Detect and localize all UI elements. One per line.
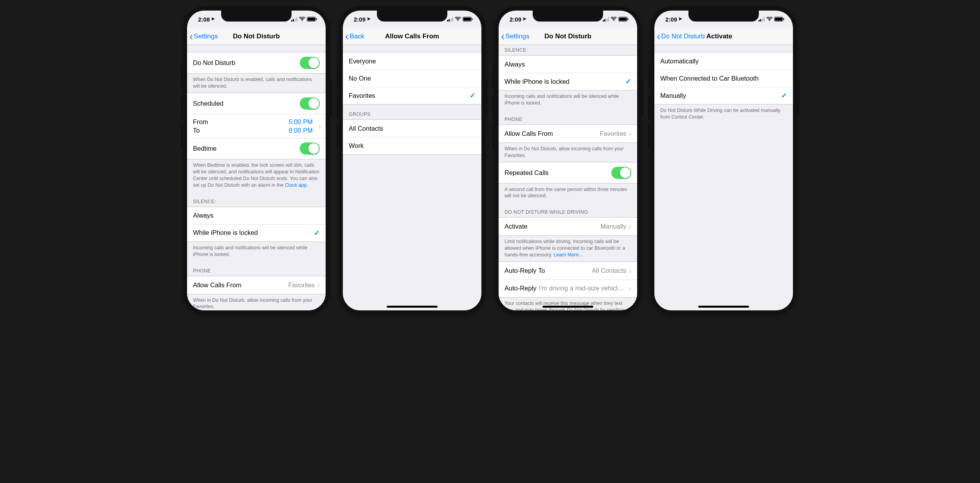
cell-value: I'm driving a mid-size vehicle ri… — [539, 285, 627, 292]
status-time: 2:08 — [198, 16, 210, 23]
cell-value: Manually — [600, 223, 626, 230]
back-label: Do Not Disturb — [661, 32, 704, 40]
svg-rect-2 — [316, 18, 317, 20]
location-icon: ➤ — [678, 16, 682, 22]
group-header: GROUPS — [343, 105, 481, 119]
checkmark-icon: ✓ — [470, 91, 476, 100]
nav-bar: ‹ Back Allow Calls From — [343, 28, 481, 45]
learn-more-link[interactable]: Learn More… — [554, 252, 584, 258]
svg-rect-1 — [308, 18, 315, 21]
option-car-bluetooth[interactable]: When Connected to Car Bluetooth — [654, 70, 793, 87]
repeated-calls-toggle-row[interactable]: Repeated Calls — [499, 162, 637, 183]
group-footer: When Do Not Disturb is enabled, calls an… — [187, 74, 326, 93]
cell-label: Bedtime — [193, 145, 300, 152]
home-indicator — [542, 306, 593, 308]
toggle-switch[interactable] — [300, 57, 320, 69]
group-footer: When in Do Not Disturb, allow incoming c… — [499, 143, 637, 162]
screen: 2:08 ➤ ‹ Settings Do Not Disturb Do Not … — [187, 11, 326, 310]
chevron-right-icon: › — [629, 284, 631, 293]
notch — [533, 11, 603, 22]
settings-content[interactable]: Everyone No One Favorites✓ GROUPS All Co… — [343, 45, 481, 310]
status-time: 2:09 — [354, 16, 366, 23]
nav-bar: ‹ Settings Do Not Disturb — [499, 28, 637, 45]
group-header: SILENCE: — [187, 192, 326, 207]
cell-label: Scheduled — [193, 100, 300, 107]
allow-calls-from-row[interactable]: Allow Calls From Favorites › — [187, 276, 326, 294]
cellular-signal-icon — [603, 17, 609, 22]
option-automatically[interactable]: Automatically — [654, 52, 793, 70]
battery-icon — [618, 17, 629, 22]
group-footer: When in Do Not Disturb, allow incoming c… — [187, 294, 326, 310]
wifi-icon — [299, 17, 305, 22]
screen: 2:09➤ ‹ Settings Do Not Disturb SILENCE:… — [499, 11, 637, 310]
option-no-one[interactable]: No One — [343, 70, 481, 87]
silence-while-locked-row[interactable]: While iPhone is locked ✓ — [187, 224, 326, 242]
checkmark-icon: ✓ — [314, 229, 320, 237]
cell-label: All Contacts — [349, 125, 476, 132]
toggle-switch[interactable] — [611, 167, 631, 179]
battery-icon — [774, 17, 784, 22]
nav-title: Activate — [706, 32, 732, 40]
chevron-left-icon: ‹ — [657, 31, 660, 42]
cell-value: All Contacts — [592, 267, 626, 274]
cell-label: Work — [349, 142, 476, 150]
nav-bar: ‹ Settings Do Not Disturb — [187, 28, 326, 45]
cell-label: Favorites — [349, 92, 470, 99]
silence-while-locked-row[interactable]: While iPhone is locked✓ — [499, 73, 637, 90]
cell-label: Allow Calls From — [504, 130, 600, 137]
cell-value: Favorites — [600, 130, 626, 137]
cellular-signal-icon — [447, 17, 454, 22]
group-footer: Do Not Disturb While Driving can be acti… — [654, 105, 793, 124]
cellular-signal-icon — [291, 17, 298, 22]
cell-label: While iPhone is locked — [504, 78, 625, 85]
wifi-icon — [455, 17, 461, 22]
checkmark-icon: ✓ — [781, 91, 787, 100]
chevron-right-icon: › — [317, 281, 320, 290]
group-header: PHONE — [187, 261, 326, 276]
activate-row[interactable]: Activate Manually › — [499, 218, 637, 235]
dnd-toggle-row[interactable]: Do Not Disturb — [187, 52, 326, 73]
back-button[interactable]: ‹ Do Not Disturb — [654, 31, 705, 42]
option-everyone[interactable]: Everyone — [343, 52, 481, 70]
chevron-right-icon: › — [629, 266, 631, 275]
chevron-right-icon: › — [629, 129, 631, 138]
settings-content[interactable]: Do Not Disturb When Do Not Disturb is en… — [187, 45, 326, 310]
auto-reply-to-row[interactable]: Auto-Reply To All Contacts › — [499, 262, 637, 279]
from-label: From — [193, 117, 208, 126]
bedtime-toggle-row[interactable]: Bedtime — [187, 138, 326, 159]
group-header: SILENCE: — [499, 45, 637, 55]
wifi-icon — [766, 17, 773, 22]
iphone-frame: 2:09➤ ‹ Do Not Disturb Activate Automati… — [650, 6, 798, 315]
clock-app-link[interactable]: Clock app — [285, 182, 307, 188]
auto-reply-row[interactable]: Auto-Reply I'm driving a mid-size vehicl… — [499, 279, 637, 297]
back-button[interactable]: ‹ Settings — [499, 31, 530, 42]
cell-label: While iPhone is locked — [193, 229, 314, 236]
option-work[interactable]: Work — [343, 137, 481, 154]
back-button[interactable]: ‹ Settings — [187, 31, 218, 42]
settings-content[interactable]: Automatically When Connected to Car Blue… — [654, 45, 793, 310]
silence-always-row[interactable]: Always — [187, 207, 326, 224]
back-button[interactable]: ‹ Back — [343, 31, 364, 42]
status-time: 2:09 — [510, 16, 521, 23]
schedule-time-row[interactable]: From5:00 PM To8:00 PM › — [187, 114, 326, 139]
battery-icon — [307, 17, 317, 22]
chevron-left-icon: ‹ — [501, 31, 504, 42]
silence-always-row[interactable]: Always — [499, 56, 637, 73]
settings-content[interactable]: SILENCE: Always While iPhone is locked✓ … — [499, 45, 637, 310]
back-label: Settings — [505, 32, 529, 40]
cell-label: Always — [193, 212, 320, 219]
scheduled-toggle-row[interactable]: Scheduled — [187, 93, 326, 114]
cell-label: Everyone — [349, 58, 476, 65]
toggle-switch[interactable] — [300, 97, 320, 110]
group-footer: A second call from the same person withi… — [499, 184, 637, 203]
back-label: Back — [349, 32, 364, 40]
option-favorites[interactable]: Favorites✓ — [343, 87, 481, 104]
toggle-switch[interactable] — [300, 142, 320, 155]
option-manually[interactable]: Manually✓ — [654, 87, 793, 104]
allow-calls-from-row[interactable]: Allow Calls From Favorites › — [499, 125, 637, 142]
iphone-frame: 2:09➤ ‹ Back Allow Calls From Everyone N… — [338, 6, 486, 315]
option-all-contacts[interactable]: All Contacts — [343, 120, 481, 137]
group-footer: Limit notifications while driving. Incom… — [499, 236, 637, 261]
chevron-left-icon: ‹ — [345, 31, 349, 42]
cell-label: Automatically — [660, 58, 787, 65]
